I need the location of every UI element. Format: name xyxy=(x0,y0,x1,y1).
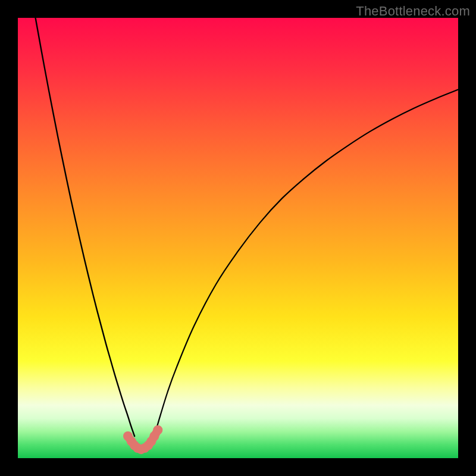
valley-markers xyxy=(123,425,162,455)
right-branch-line xyxy=(154,90,458,436)
left-branch-line xyxy=(36,18,135,436)
watermark-text: TheBottleneck.com xyxy=(356,4,470,19)
chart-frame: TheBottleneck.com xyxy=(0,0,476,476)
plot-area xyxy=(18,18,458,458)
valley-marker xyxy=(153,425,162,435)
curve-layer xyxy=(18,18,458,458)
